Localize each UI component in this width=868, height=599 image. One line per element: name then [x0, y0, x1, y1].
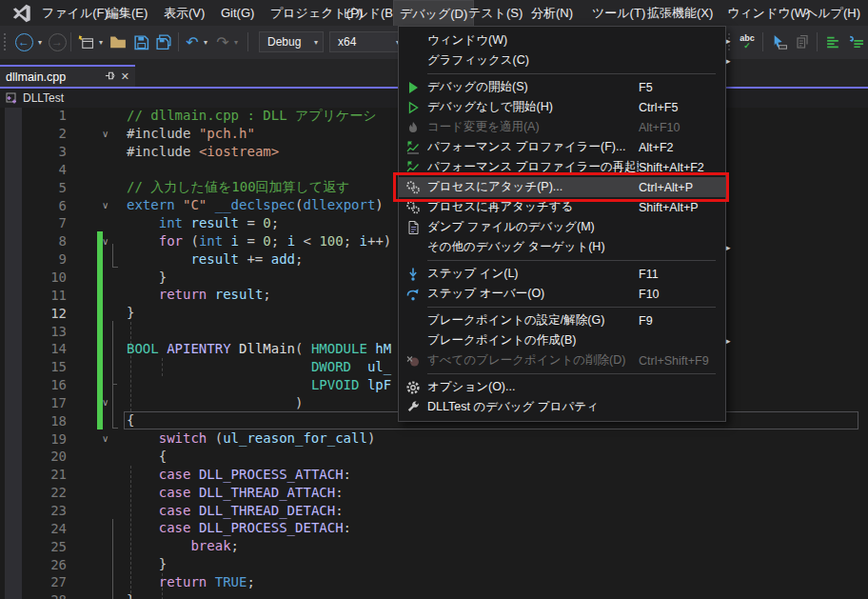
- duplicate-lines-icon[interactable]: [792, 31, 813, 52]
- menu-item-11[interactable]: その他のデバッグ ターゲット(H)▸: [399, 237, 725, 257]
- line-number: 12: [0, 306, 67, 321]
- line-number: 14: [0, 341, 67, 356]
- menubar-item-1[interactable]: 編集(E): [101, 0, 153, 26]
- code-line[interactable]: 23 case DLL_THREAD_DETACH:: [0, 502, 868, 520]
- code-line[interactable]: 24 case DLL_PROCESS_DETACH:: [0, 519, 868, 537]
- configuration-combo[interactable]: Debug▾: [259, 31, 324, 52]
- menu-item-4[interactable]: デバッグなしで開始(H)Ctrl+F5: [399, 97, 725, 117]
- menu-item-13[interactable]: ステップ イン(L)F11: [399, 264, 725, 284]
- code-line[interactable]: 21 case DLL_PROCESS_ATTACH:: [0, 466, 868, 484]
- redo-icon[interactable]: ↷: [214, 31, 231, 52]
- fold-chevron-icon[interactable]: ∨: [67, 397, 127, 408]
- annotation-red-box: [393, 172, 729, 202]
- code-text: }: [127, 555, 167, 573]
- platform-combo[interactable]: x64▾: [329, 31, 405, 52]
- code-line[interactable]: 28}: [0, 591, 868, 599]
- toolbar-separator: [70, 32, 71, 51]
- line-number: 15: [0, 359, 67, 374]
- menu-separator: [427, 260, 716, 261]
- code-text: result += add;: [127, 250, 303, 269]
- format-indent-arrow-icon[interactable]: [845, 31, 866, 52]
- menu-item-16[interactable]: ブレークポイントの設定/解除(G)F9: [399, 310, 725, 330]
- menu-item-14[interactable]: ステップ オーバー(O)F10: [399, 284, 725, 304]
- toolbar-grip-handle[interactable]: [4, 33, 10, 50]
- code-text: #include "pch.h": [127, 125, 255, 143]
- tab-title: dllmain.cpp: [6, 70, 99, 84]
- menu-item-label: デバッグの開始(S): [427, 79, 639, 95]
- code-text: }: [127, 591, 134, 599]
- undo-icon[interactable]: ↶: [184, 31, 201, 52]
- menu-item-5: コード変更を適用(A)Alt+F10: [399, 117, 725, 137]
- menu-separator: [427, 73, 716, 74]
- fold-chevron-icon[interactable]: ∨: [67, 236, 127, 247]
- menu-item-21[interactable]: DLLTest のデバッグ プロパティ: [399, 397, 725, 417]
- line-number: 11: [0, 288, 67, 303]
- fold-chevron-icon[interactable]: ∨: [67, 129, 127, 139]
- menu-item-shortcut: Ctrl+F5: [639, 101, 726, 114]
- menu-item-1[interactable]: グラフィックス(C)▸: [399, 50, 725, 70]
- menu-item-label: デバッグなしで開始(H): [427, 99, 639, 115]
- menu-item-0[interactable]: ウィンドウ(W)▸: [399, 30, 725, 50]
- menu-item-shortcut: Shift+Alt+P: [639, 201, 726, 214]
- menubar-item-7[interactable]: テスト(S): [463, 0, 528, 26]
- submenu-arrow-icon: ▸: [726, 336, 740, 346]
- save-all-icon[interactable]: [152, 31, 175, 52]
- code-line[interactable]: 22 case DLL_THREAD_ATTACH:: [0, 484, 868, 502]
- menu-item-label: ブレークポイントの設定/解除(G): [427, 312, 639, 329]
- forward-arrow-icon[interactable]: →: [48, 31, 67, 52]
- menu-item-17[interactable]: ブレークポイントの作成(B)▸: [399, 330, 725, 350]
- code-text: for (int i = 0; i < 100; i++): [127, 232, 391, 250]
- menu-item-3[interactable]: デバッグの開始(S)F5: [399, 77, 725, 97]
- menu-item-label: ウィンドウ(W): [427, 32, 639, 49]
- open-folder-icon[interactable]: [108, 31, 128, 52]
- code-line[interactable]: 26 }: [0, 555, 868, 573]
- new-window-caret-icon[interactable]: ▾: [96, 31, 106, 52]
- undo-caret-icon[interactable]: ▾: [201, 31, 210, 52]
- menu-item-shortcut: Ctrl+Shift+F9: [639, 354, 726, 368]
- fold-chevron-icon[interactable]: ∨: [67, 200, 127, 210]
- code-line[interactable]: 19∨ switch (ul_reason_for_call): [0, 429, 868, 448]
- code-line[interactable]: 27 return TRUE;: [0, 573, 868, 591]
- spell-check-abc-icon[interactable]: abc✓: [737, 31, 758, 52]
- menubar-item-12[interactable]: ヘルプ(H): [799, 0, 866, 26]
- menubar-item-2[interactable]: 表示(V): [158, 0, 210, 26]
- redo-caret-icon[interactable]: ▾: [231, 31, 241, 52]
- line-number: 19: [0, 431, 67, 447]
- line-number: 18: [0, 413, 67, 429]
- line-number: 5: [0, 180, 67, 195]
- menu-item-label: グラフィックス(C): [427, 52, 639, 69]
- visual-studio-logo-icon: [11, 3, 32, 24]
- pointer-select-icon[interactable]: [768, 31, 791, 52]
- menu-item-label: ブレークポイントの作成(B): [427, 332, 639, 349]
- code-text: switch (ul_reason_for_call): [127, 429, 375, 448]
- breadcrumb-project[interactable]: DLLTest: [23, 91, 64, 105]
- close-icon[interactable]: ✕: [121, 70, 129, 83]
- back-arrow-icon[interactable]: ←: [14, 31, 33, 52]
- menubar-item-10[interactable]: 拡張機能(X): [641, 0, 719, 26]
- format-indent-icon[interactable]: [822, 31, 843, 52]
- save-icon[interactable]: [130, 31, 151, 52]
- code-text: // dllmain.cpp : DLL アプリケーシ: [127, 108, 377, 125]
- menu-item-6[interactable]: パフォーマンス プロファイラー(F)...Alt+F2: [399, 137, 725, 157]
- menu-item-label: オプション(O)...: [427, 379, 639, 395]
- menu-item-18: すべてのブレークポイントの削除(D)Ctrl+Shift+F9: [399, 350, 725, 370]
- line-number: 8: [0, 233, 67, 249]
- toolbar-separator: [247, 32, 248, 51]
- menu-separator: [427, 307, 716, 308]
- tab-dllmain-cpp[interactable]: dllmain.cpp ✕: [0, 65, 135, 87]
- code-line[interactable]: 25 break;: [0, 537, 868, 555]
- fold-chevron-icon[interactable]: ∨: [67, 433, 127, 444]
- line-number: 24: [0, 521, 67, 536]
- line-number: 17: [0, 395, 67, 410]
- new-window-icon[interactable]: [76, 31, 95, 52]
- menu-item-20[interactable]: オプション(O)...: [399, 377, 725, 397]
- menubar-item-3[interactable]: Git(G): [215, 0, 260, 26]
- cpp-project-icon: [6, 91, 18, 106]
- code-line[interactable]: 20 {: [0, 448, 868, 466]
- apply-code-changes-icon: [399, 120, 427, 135]
- debug-menu-dropdown: ウィンドウ(W)▸グラフィックス(C)▸デバッグの開始(S)F5デバッグなしで開…: [398, 26, 726, 422]
- pin-icon[interactable]: [105, 70, 115, 83]
- back-dropdown-caret-icon[interactable]: ▾: [35, 31, 45, 52]
- menubar-item-8[interactable]: 分析(N): [525, 0, 579, 26]
- menu-item-10[interactable]: ダンプ ファイルのデバッグ(M): [399, 217, 725, 237]
